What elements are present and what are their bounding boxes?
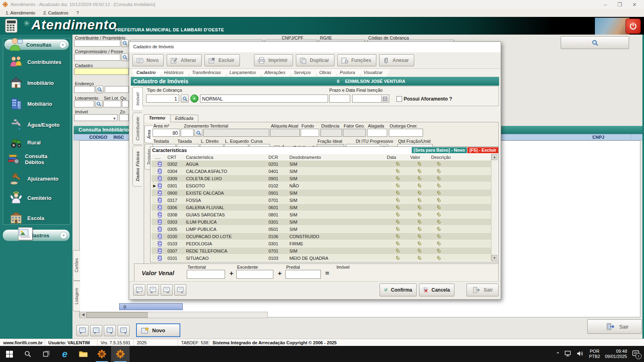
nav-first-button[interactable] [133, 284, 145, 296]
maximize-icon[interactable]: ❐ [617, 2, 622, 8]
internet-explorer-icon[interactable]: e [56, 346, 74, 362]
sidebar-item-cemiterio[interactable]: Cemitério [9, 191, 69, 205]
nav-prev-button[interactable] [90, 325, 102, 336]
tab-cartoes[interactable]: Cartões [73, 250, 80, 281]
attachment-valor-icon[interactable] [416, 175, 424, 182]
endereco-cod-input[interactable] [74, 86, 95, 93]
calendar-icon[interactable] [381, 95, 388, 102]
attachment-data-icon[interactable] [394, 247, 402, 255]
menu-help[interactable]: ? [73, 10, 82, 16]
taskbar-search-icon[interactable] [19, 346, 37, 362]
imovel-select[interactable]: ▼ [74, 114, 118, 121]
compromissario-input[interactable] [74, 54, 120, 61]
search-icon[interactable] [121, 53, 129, 61]
attachment-data-icon[interactable] [394, 211, 402, 218]
sidebar-item-mobiliario[interactable]: Mobiliário [9, 97, 69, 111]
sidebar-item-escola[interactable]: Escola [9, 211, 69, 225]
attachment-data-icon[interactable] [394, 254, 402, 261]
nav-next-button[interactable] [161, 284, 173, 296]
tab-postura[interactable]: Postura [335, 69, 362, 77]
endereco-input[interactable] [105, 86, 129, 93]
attachment-descricao-icon[interactable] [436, 232, 443, 240]
table-row[interactable]: C0307REDE TELEFONICA0701SIM [151, 247, 491, 255]
tab-cadastro[interactable]: Cadastro [132, 69, 163, 77]
territorial-input[interactable] [187, 270, 225, 279]
tray-chevron-icon[interactable]: ⌃ [556, 351, 560, 357]
attachment-valor-icon[interactable] [416, 160, 424, 168]
attachment-descricao-icon[interactable] [436, 175, 443, 182]
nav-prev-button[interactable] [147, 284, 159, 296]
attachment-descricao-icon[interactable] [436, 182, 443, 189]
sidebar-item-imobiliario[interactable]: Imobiliário [9, 76, 69, 90]
zoneamento-input[interactable] [119, 114, 129, 121]
inner-tab-area[interactable]: Área [144, 125, 153, 143]
tab-terreno[interactable]: Terreno [144, 114, 171, 122]
tipo-cobranca-input[interactable]: 1 [146, 95, 179, 103]
attachment-descricao-icon[interactable] [436, 240, 443, 247]
excedente-input[interactable] [236, 270, 273, 279]
attachment-valor-icon[interactable] [416, 196, 424, 204]
search-icon[interactable] [96, 86, 103, 93]
speaker-icon[interactable] [577, 351, 584, 357]
attachment-descricao-icon[interactable] [436, 167, 443, 175]
notification-icon[interactable]: 1 [632, 350, 640, 358]
funcoes-button[interactable]: Funções [337, 54, 376, 66]
col-valor[interactable]: Valor [410, 155, 431, 160]
nav-next-button[interactable] [104, 325, 116, 336]
cadastros-header[interactable]: Cadastros » [3, 230, 70, 241]
menu-atendimento[interactable]: 1. Atendimento [2, 10, 38, 16]
attachment-descricao-icon[interactable] [436, 189, 443, 197]
zoneamento-cod-input[interactable] [181, 129, 194, 137]
col-caracteristica[interactable]: Característica [186, 155, 268, 160]
tab-transferencias[interactable]: Transferências [187, 69, 228, 77]
tab-alteracoes[interactable]: Alterações [260, 69, 293, 77]
side-tab-dados-fisicos[interactable]: Dados Físicos [132, 146, 142, 187]
tab-lancamentos[interactable]: Lançamentos [225, 69, 263, 77]
table-row[interactable]: C0304CALCADA ASFALTO0401SIM [151, 168, 491, 175]
loteamento-input[interactable] [74, 101, 94, 107]
search-icon[interactable] [181, 95, 189, 103]
fundo-input[interactable] [301, 129, 319, 137]
novo-button[interactable]: Novo [136, 323, 180, 337]
alagada-input[interactable] [367, 129, 387, 137]
table-row[interactable]: C0303ILUM PUBLICA0301SIM [151, 218, 491, 226]
task-view-icon[interactable] [37, 346, 56, 362]
attachment-data-icon[interactable] [394, 189, 402, 197]
duplicar-button[interactable]: Duplicar [296, 54, 334, 66]
col-crt[interactable]: CRT [167, 155, 186, 160]
minimize-icon[interactable]: – [604, 2, 607, 8]
confirma-button[interactable]: Confirma [380, 284, 417, 296]
table-row[interactable]: C0100OCUPACAO DO LOTE0106CONSTRUIDO [151, 233, 491, 240]
attachment-descricao-icon[interactable] [436, 196, 443, 204]
atendimento-app-icon[interactable] [111, 346, 130, 362]
vertical-scrollbar[interactable]: ▲ ▼ [491, 154, 497, 261]
power-button[interactable] [625, 19, 641, 34]
attachment-data-icon[interactable] [394, 175, 402, 182]
tab-listagem[interactable]: Listagem [73, 281, 80, 311]
sidebar-item-consulta-debitos[interactable]: Consulta Débitos [6, 152, 67, 167]
table-row[interactable]: C0900EXISTE CALCADA0901SIM [151, 189, 491, 197]
sidebar-item-ajuizamento[interactable]: Ajuizamento [9, 171, 69, 186]
table-row[interactable]: C0317FOSSA0701SIM [151, 197, 491, 204]
table-row[interactable]: C0308GUIAS SARGETAS0801SIM [151, 211, 491, 218]
attachment-data-icon[interactable] [394, 160, 402, 168]
chevron-down-icon[interactable]: » [60, 232, 67, 239]
attachment-descricao-icon[interactable] [436, 225, 443, 233]
outorga-input[interactable] [389, 129, 423, 137]
attachment-descricao-icon[interactable] [436, 204, 443, 211]
attachment-data-icon[interactable] [394, 225, 402, 233]
table-row[interactable]: C0103PEDOLOGIA0301FIRME [151, 240, 491, 247]
codigo-column[interactable]: CODIGO [87, 134, 114, 140]
table-row[interactable]: C0306GALERIA FLUVIAL0601SIM [151, 204, 491, 211]
menu-cadastros[interactable]: 2. Cadastros [40, 10, 71, 16]
predial-input[interactable] [285, 270, 321, 279]
scroll-down-icon[interactable]: ▼ [491, 255, 497, 261]
sidebar-item-rural[interactable]: Rural [9, 135, 69, 150]
nav-last-button[interactable] [118, 325, 130, 336]
col-dcr[interactable]: DCR [268, 155, 289, 160]
attachment-valor-icon[interactable] [416, 232, 424, 240]
attachment-descricao-icon[interactable] [436, 218, 443, 226]
close-icon[interactable]: ✕ [632, 2, 637, 8]
nav-last-button[interactable] [174, 284, 186, 296]
fiorilli-app-icon[interactable] [93, 346, 111, 362]
